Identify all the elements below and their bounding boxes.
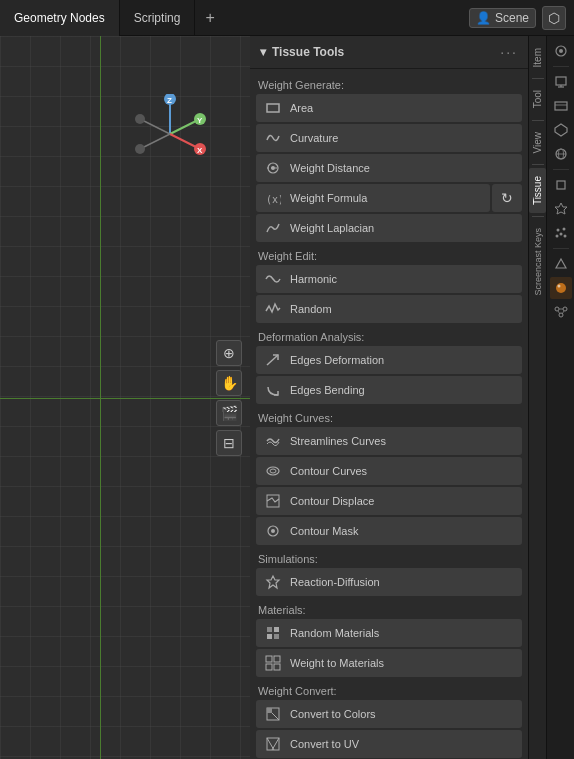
vtab-screencast[interactable]: Screencast Keys [530, 220, 546, 304]
world-icon[interactable] [550, 143, 572, 165]
section-weight-edit: Weight Edit: [256, 244, 522, 265]
viewport-tools: ⊕ ✋ 🎬 ⊟ [216, 340, 242, 456]
weight-distance-button[interactable]: Weight Distance [256, 154, 522, 182]
edges-deformation-button[interactable]: Edges Deformation [256, 346, 522, 374]
vtab-tool[interactable]: Tool [529, 82, 546, 116]
weight-formula-refresh-button[interactable]: ↻ [492, 184, 522, 212]
svg-rect-28 [266, 656, 272, 662]
svg-rect-25 [274, 627, 279, 632]
harmonic-button[interactable]: Harmonic [256, 265, 522, 293]
random-button[interactable]: Random [256, 295, 522, 323]
tab-scripting[interactable]: Scripting [120, 0, 196, 36]
svg-point-54 [563, 307, 567, 311]
tissue-panel: ▾ Tissue Tools ··· Weight Generate: Area… [250, 36, 528, 759]
svg-point-51 [556, 283, 566, 293]
camera-tool[interactable]: 🎬 [216, 400, 242, 426]
axes-widget: Z Y X [130, 94, 210, 174]
vtab-separator3 [532, 164, 544, 165]
contour-displace-button[interactable]: Contour Displace [256, 487, 522, 515]
svg-point-46 [556, 229, 559, 232]
reaction-diffusion-button[interactable]: Reaction-Diffusion [256, 568, 522, 596]
svg-line-11 [140, 119, 170, 134]
output-icon[interactable] [550, 71, 572, 93]
object-icon[interactable] [550, 174, 572, 196]
area-button[interactable]: Area [256, 94, 522, 122]
main-area: Z Y X ⊕ ✋ 🎬 ⊟ ▾ Tiss [0, 36, 574, 759]
svg-rect-26 [267, 634, 272, 639]
svg-rect-33 [267, 708, 272, 713]
scene-icon[interactable] [550, 119, 572, 141]
material-icon[interactable] [550, 277, 572, 299]
svg-point-53 [555, 307, 559, 311]
vertical-tabs: Item Tool View Tissue Screencast Keys [528, 36, 546, 759]
svg-point-50 [563, 235, 566, 238]
panel-dots[interactable]: ··· [500, 44, 518, 60]
tab-add-button[interactable]: + [195, 0, 224, 36]
physics-icon[interactable] [550, 253, 572, 275]
contour-curves-icon [264, 462, 282, 480]
section-weight-curves: Weight Curves: [256, 406, 522, 427]
prop-divider3 [553, 248, 569, 249]
topbar-tabs: Geometry Nodes Scripting + [0, 0, 225, 36]
scene-selector[interactable]: 👤 Scene [469, 8, 536, 28]
svg-rect-45 [557, 181, 565, 189]
render-icon[interactable] [550, 40, 572, 62]
svg-rect-29 [274, 656, 280, 662]
nodes-icon[interactable] [550, 301, 572, 323]
svg-point-49 [555, 235, 558, 238]
section-weight-convert: Weight Convert: [256, 679, 522, 700]
svg-point-10 [135, 144, 145, 154]
topbar-right: 👤 Scene ⬡ [469, 6, 574, 30]
weight-laplacian-button[interactable]: Weight Laplacian [256, 214, 522, 242]
vtab-view[interactable]: View [529, 124, 546, 162]
random-materials-icon [264, 624, 282, 642]
curvature-button[interactable]: Curvature [256, 124, 522, 152]
random-materials-button[interactable]: Random Materials [256, 619, 522, 647]
svg-rect-24 [267, 627, 272, 632]
grid-line-h [0, 398, 250, 399]
panel-scroll[interactable]: Weight Generate: Area Curvature Weight D… [250, 69, 528, 759]
prop-divider2 [553, 169, 569, 170]
panel-header: ▾ Tissue Tools ··· [250, 36, 528, 69]
prop-divider1 [553, 66, 569, 67]
particles-icon[interactable] [550, 222, 572, 244]
vtab-item[interactable]: Item [529, 40, 546, 75]
section-simulations: Simulations: [256, 547, 522, 568]
svg-line-9 [140, 134, 170, 149]
convert-uv-button[interactable]: Convert to UV [256, 730, 522, 758]
svg-rect-40 [555, 102, 567, 110]
zoom-tool[interactable]: ⊕ [216, 340, 242, 366]
svg-point-23 [271, 529, 275, 533]
weight-distance-icon [264, 159, 282, 177]
svg-rect-27 [274, 634, 279, 639]
weight-formula-button[interactable]: (x) Weight Formula [256, 184, 490, 212]
weight-to-materials-button[interactable]: Weight to Materials [256, 649, 522, 677]
svg-rect-37 [556, 77, 566, 85]
collapse-icon[interactable]: ▾ [260, 45, 266, 59]
svg-rect-30 [266, 664, 272, 670]
section-deformation: Deformation Analysis: [256, 325, 522, 346]
vtab-tissue[interactable]: Tissue [529, 168, 546, 213]
contour-curves-button[interactable]: Contour Curves [256, 457, 522, 485]
modifier-icon[interactable] [550, 198, 572, 220]
svg-point-20 [270, 469, 276, 473]
streamlines-curves-button[interactable]: Streamlines Curves [256, 427, 522, 455]
expand-icon[interactable]: ⬡ [542, 6, 566, 30]
weight-formula-row: (x) Weight Formula ↻ [256, 184, 522, 212]
convert-colors-icon [264, 705, 282, 723]
grab-tool[interactable]: ✋ [216, 370, 242, 396]
section-weight-generate: Weight Generate: [256, 73, 522, 94]
panel-title: ▾ Tissue Tools [260, 45, 344, 59]
convert-colors-button[interactable]: Convert to Colors [256, 700, 522, 728]
svg-line-18 [267, 355, 278, 365]
reaction-diffusion-icon [264, 573, 282, 591]
svg-point-47 [562, 228, 565, 231]
harmonic-icon [264, 270, 282, 288]
svg-point-12 [135, 114, 145, 124]
contour-mask-button[interactable]: Contour Mask [256, 517, 522, 545]
view-layer-icon[interactable] [550, 95, 572, 117]
edges-bending-button[interactable]: Edges Bending [256, 376, 522, 404]
svg-point-36 [559, 49, 563, 53]
grid-tool[interactable]: ⊟ [216, 430, 242, 456]
tab-geometry-nodes[interactable]: Geometry Nodes [0, 0, 120, 36]
